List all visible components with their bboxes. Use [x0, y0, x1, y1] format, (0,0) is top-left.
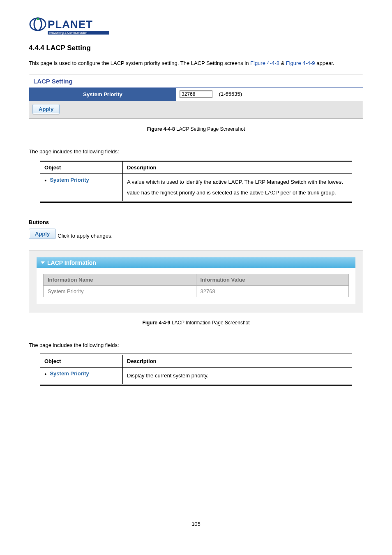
lacp-info-header[interactable]: LACP Information [37, 257, 355, 268]
lacp-info-table: Information Name Information Value Syste… [43, 274, 349, 297]
th-info-value: Information Value [196, 274, 349, 286]
apply-button-desc: : Click to apply changes. [55, 233, 113, 239]
brand-tagline: Networking & Communication [49, 31, 87, 35]
svg-point-2 [37, 18, 39, 20]
buttons-heading: Buttons [29, 219, 363, 225]
panel-title: LACP Setting [29, 74, 363, 88]
desc-system-priority-2: Display the current system priority. [123, 368, 352, 385]
fields-table-2: Object Description ● System Priority Dis… [40, 354, 352, 386]
bullet-icon: ● [44, 177, 46, 184]
lacp-info-panel-wrap: LACP Information Information Name Inform… [29, 250, 363, 312]
collapse-icon [41, 261, 45, 264]
apply-button-inline[interactable]: Apply [29, 229, 56, 239]
figure-link-4-4-9[interactable]: Figure 4-4-9 [286, 60, 315, 66]
desc-system-priority: A value which is used to identify the ac… [123, 174, 352, 202]
figure-caption-2: Figure 4-4-9 LACP Information Page Scree… [29, 320, 363, 326]
td-info-name: System Priority [44, 286, 196, 297]
object-system-priority: System Priority [50, 177, 89, 183]
th-description-2: Description [123, 354, 352, 368]
th-object: Object [40, 161, 123, 174]
fields-table-1: Object Description ● System Priority A v… [40, 160, 352, 203]
system-priority-input[interactable] [180, 90, 212, 98]
system-priority-label: System Priority [29, 88, 176, 101]
figure-caption-1: Figure 4-4-8 LACP Setting Page Screensho… [29, 126, 363, 132]
object-system-priority-2: System Priority [50, 370, 89, 377]
intro-paragraph: This page is used to configure the LACP … [29, 58, 363, 69]
figure-link-4-4-8[interactable]: Figure 4-4-8 [250, 60, 279, 66]
th-info-name: Information Name [44, 274, 196, 286]
page-number: 105 [0, 521, 392, 527]
td-info-value: 32768 [196, 286, 349, 297]
bullet-icon: ● [44, 370, 46, 378]
th-description: Description [123, 161, 352, 174]
lacp-setting-panel: LACP Setting System Priority (1-65535) A… [29, 74, 363, 119]
brand-name: PLANET [48, 18, 93, 30]
th-object-2: Object [40, 354, 123, 368]
brand-logo: PLANET Networking & Communication [29, 14, 363, 37]
fields-intro-1: The page includes the following fields: [29, 148, 363, 155]
section-heading: 4.4.4 LACP Setting [29, 44, 363, 52]
range-hint: (1-65535) [219, 91, 242, 97]
fields-intro-2: The page includes the following fields: [29, 342, 363, 348]
apply-button[interactable]: Apply [32, 104, 60, 114]
